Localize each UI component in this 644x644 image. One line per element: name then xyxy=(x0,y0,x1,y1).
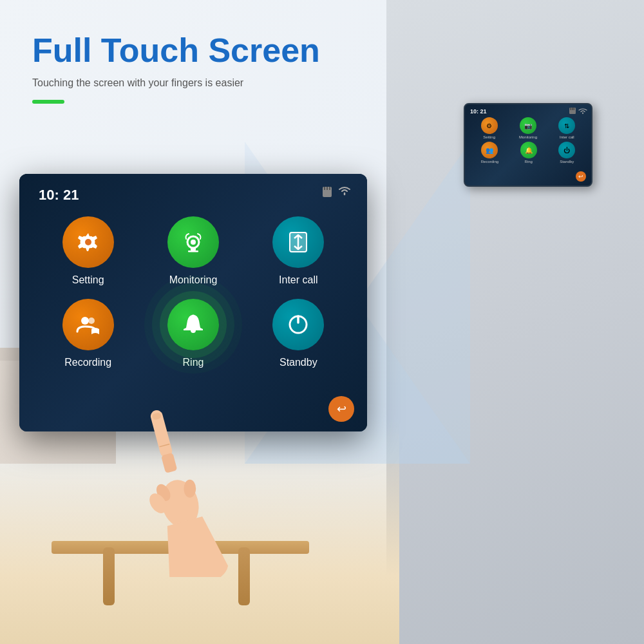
background-right xyxy=(386,0,644,644)
wall-device-row-2: 👥 Recording 🔔 Ring ⏻ Standby xyxy=(470,142,586,164)
svg-point-13 xyxy=(88,317,95,324)
inter-call-label: Inter call xyxy=(279,274,317,286)
monitoring-label: Monitoring xyxy=(169,274,218,286)
wifi-icon xyxy=(338,185,351,198)
wall-device-row-1: ⚙ Setting 📷 Monitoring ⇅ Inter call xyxy=(470,117,586,139)
svg-rect-3 xyxy=(329,187,330,190)
app-recording[interactable]: Recording xyxy=(45,299,131,368)
app-inter-call[interactable]: Inter call xyxy=(256,216,341,286)
app-ring[interactable]: Ring xyxy=(150,299,236,368)
svg-rect-27 xyxy=(572,108,573,110)
svg-rect-2 xyxy=(327,187,328,190)
wall-device-screen: 10: 21 ⚙ Setting 📷 Monitoring xyxy=(465,104,591,185)
wall-intercall-circle: ⇅ xyxy=(558,117,575,134)
wall-standby-circle: ⏻ xyxy=(558,142,575,158)
standby-label: Standby xyxy=(279,357,317,368)
wall-recording-item[interactable]: 👥 Recording xyxy=(481,142,498,164)
wall-monitoring-label: Monitoring xyxy=(519,135,537,139)
standby-icon-circle xyxy=(272,299,324,350)
main-touch-screen[interactable]: 10: 21 Setting xyxy=(19,174,367,431)
wall-monitoring-item[interactable]: 📷 Monitoring xyxy=(519,117,537,139)
svg-rect-28 xyxy=(574,108,575,110)
svg-point-14 xyxy=(191,315,194,318)
svg-point-5 xyxy=(85,239,91,245)
inter-call-icon-circle xyxy=(272,216,324,268)
sd-card-icon xyxy=(321,187,333,197)
wall-device[interactable]: 10: 21 ⚙ Setting 📷 Monitoring xyxy=(464,103,592,187)
wall-recording-circle: 👥 xyxy=(481,142,498,158)
wall-setting-label: Setting xyxy=(483,135,495,139)
setting-icon-circle xyxy=(62,216,114,268)
svg-rect-1 xyxy=(324,187,325,190)
wall-ring-label: Ring xyxy=(525,160,533,164)
screen-time: 10: 21 xyxy=(39,187,348,204)
wall-ring-circle: 🔔 xyxy=(520,142,537,158)
app-setting[interactable]: Setting xyxy=(45,216,131,286)
setting-label: Setting xyxy=(72,274,104,286)
wall-recording-label: Recording xyxy=(481,160,498,164)
page-subtitle: Touching the screen with your fingers is… xyxy=(32,77,243,89)
wall-back-button[interactable]: ↩ xyxy=(576,171,586,182)
page-title: Full Touch Screen xyxy=(32,32,320,69)
monitoring-icon-circle xyxy=(167,216,219,268)
app-monitoring[interactable]: Monitoring xyxy=(150,216,236,286)
wall-standby-label: Standby xyxy=(560,160,574,164)
screen-content: 10: 21 Setting xyxy=(19,174,367,431)
svg-rect-9 xyxy=(188,251,198,252)
svg-rect-8 xyxy=(191,248,196,251)
ring-icon-circle xyxy=(167,299,219,350)
recording-label: Recording xyxy=(64,357,111,368)
screen-back-button[interactable]: ↩ xyxy=(328,396,354,422)
wall-intercall-item[interactable]: ⇅ Inter call xyxy=(558,117,575,139)
app-grid: Setting Monitoring xyxy=(39,216,348,368)
svg-point-7 xyxy=(191,240,196,245)
wall-monitoring-circle: 📷 xyxy=(520,117,536,134)
screen-status-bar xyxy=(321,185,351,198)
table-leg-left xyxy=(103,547,115,605)
svg-point-12 xyxy=(81,317,89,325)
svg-rect-26 xyxy=(571,108,572,110)
wall-standby-item[interactable]: ⏻ Standby xyxy=(558,142,575,164)
wall-setting-circle: ⚙ xyxy=(481,117,498,134)
wall-ring-item[interactable]: 🔔 Ring xyxy=(520,142,537,164)
ring-label: Ring xyxy=(183,357,204,368)
wall-intercall-label: Inter call xyxy=(560,135,574,139)
table-top xyxy=(52,541,309,554)
recording-icon-circle xyxy=(62,299,114,350)
wall-setting-item[interactable]: ⚙ Setting xyxy=(481,117,498,139)
green-accent-bar xyxy=(32,100,64,104)
table-leg-right xyxy=(238,547,250,605)
app-standby[interactable]: Standby xyxy=(256,299,341,368)
